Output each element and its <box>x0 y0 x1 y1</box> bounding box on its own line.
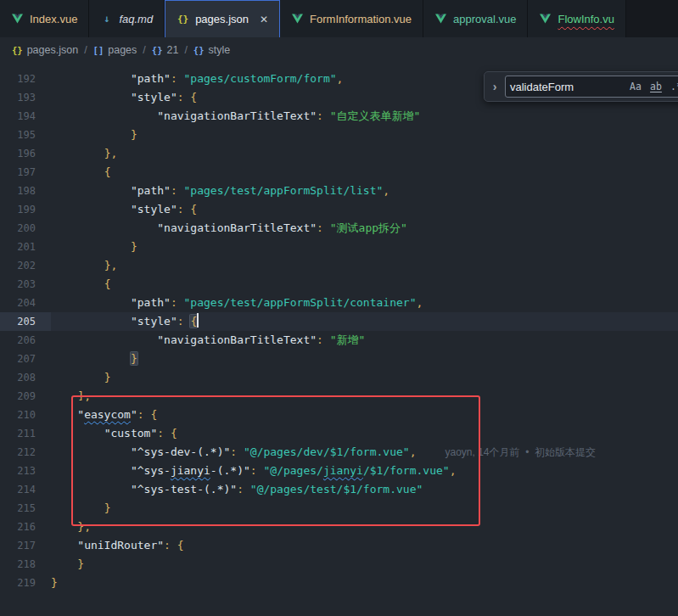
line-text[interactable]: { <box>51 275 110 294</box>
line-number[interactable]: 207 <box>0 350 51 368</box>
line-number[interactable]: 199 <box>0 200 51 219</box>
line-text[interactable]: "path": "pages/test/appFormSplit/list", <box>51 182 389 200</box>
line-text[interactable]: } <box>51 238 137 256</box>
line-text[interactable]: "path": "pages/test/appFormSplit/contain… <box>51 294 423 312</box>
line-text[interactable]: "navigationBarTitleText": "自定义表单新增" <box>51 107 420 126</box>
line-text[interactable]: "navigationBarTitleText": "新增" <box>51 331 365 350</box>
code-line: 210 "easycom": { <box>0 406 678 424</box>
regex-icon[interactable]: .* <box>668 78 678 95</box>
line-text[interactable]: }, <box>51 256 117 275</box>
git-blame: yaoyn, 14个月前 • 初始版本提交 <box>445 446 596 458</box>
line-text[interactable]: "style": { <box>51 200 197 219</box>
code-line: 207 } <box>0 350 678 368</box>
line-number[interactable]: 210 <box>0 406 51 424</box>
line-number[interactable]: 219 <box>0 574 51 592</box>
tab-label: pages.json <box>195 13 249 25</box>
line-text[interactable]: }, <box>51 518 91 536</box>
breadcrumb-item-pages[interactable]: []pages <box>93 44 137 56</box>
tab-flowinfo-vu[interactable]: FlowInfo.vu <box>528 0 625 37</box>
code-line: 212 "^sys-dev-(.*)": "@/pages/dev/$1/for… <box>0 443 678 462</box>
breadcrumb-label: 21 <box>166 44 178 56</box>
code-line: 196 }, <box>0 144 678 163</box>
line-number[interactable]: 215 <box>0 499 51 518</box>
line-number[interactable]: 192 <box>0 70 51 88</box>
line-number[interactable]: 205 <box>0 312 51 331</box>
whole-word-icon[interactable]: ab <box>647 78 664 95</box>
symbol-icon: {} <box>193 45 205 55</box>
line-text[interactable]: "path": "pages/customForm/form", <box>51 70 343 88</box>
code-line: 197 { <box>0 163 678 182</box>
line-number[interactable]: 213 <box>0 462 51 480</box>
breadcrumb-item-21[interactable]: {}21 <box>152 44 179 56</box>
line-text[interactable]: } <box>51 555 84 574</box>
line-number[interactable]: 203 <box>0 275 51 294</box>
match-case-icon[interactable]: Aa <box>627 78 644 95</box>
line-text[interactable]: ], <box>51 387 91 406</box>
line-number[interactable]: 198 <box>0 182 51 200</box>
tab-bar: Index.vue↓faq.md{}pages.json✕FormInforma… <box>0 0 678 37</box>
line-number[interactable]: 197 <box>0 163 51 182</box>
tab-pages-json[interactable]: {}pages.json✕ <box>165 0 280 37</box>
tab-label: FormInformation.vue <box>310 13 412 25</box>
breadcrumb-separator: / <box>143 44 145 56</box>
code-line: 206 "navigationBarTitleText": "新增" <box>0 331 678 350</box>
json-icon: {} <box>177 14 189 25</box>
breadcrumb-item-style[interactable]: {}style <box>193 44 230 56</box>
line-text[interactable]: "^sys-dev-(.*)": "@/pages/dev/$1/form.vu… <box>51 443 596 462</box>
line-text[interactable]: } <box>51 126 137 144</box>
breadcrumb: {}pages.json/[]pages/{}21/{}style <box>0 37 678 63</box>
line-text[interactable]: } <box>51 499 110 518</box>
line-number[interactable]: 195 <box>0 126 51 144</box>
close-icon[interactable]: ✕ <box>260 14 268 25</box>
code-line: 205 "style": { <box>0 312 678 331</box>
symbol-icon: {} <box>152 45 163 55</box>
line-text[interactable]: "navigationBarTitleText": "测试app拆分" <box>51 219 407 238</box>
line-text[interactable]: "style": { <box>51 88 197 107</box>
line-text[interactable]: "custom": { <box>51 424 177 443</box>
line-text[interactable]: "uniIdRouter": { <box>51 536 184 555</box>
code-line: 202 }, <box>0 256 678 275</box>
line-text[interactable]: "easycom": { <box>51 406 157 424</box>
line-number[interactable]: 202 <box>0 256 51 275</box>
line-number[interactable]: 212 <box>0 443 51 462</box>
line-text[interactable]: }, <box>51 144 117 163</box>
find-query[interactable]: validateForm <box>510 81 624 93</box>
tab-forminformation-vue[interactable]: FormInformation.vue <box>280 0 423 37</box>
tab-index-vue[interactable]: Index.vue <box>0 0 89 37</box>
line-number[interactable]: 204 <box>0 294 51 312</box>
chevron-right-icon[interactable]: › <box>490 80 500 93</box>
breadcrumb-label: pages.json <box>27 44 78 56</box>
line-number[interactable]: 206 <box>0 331 51 350</box>
code-line: 214 "^sys-test-(.*)": "@/pages/test/$1/f… <box>0 480 678 499</box>
line-number[interactable]: 214 <box>0 480 51 499</box>
line-text[interactable]: { <box>51 163 110 182</box>
tab-faq-md[interactable]: ↓faq.md <box>89 0 165 37</box>
line-text[interactable]: "style": { <box>51 312 199 331</box>
line-number[interactable]: 218 <box>0 555 51 574</box>
line-text[interactable]: } <box>51 574 58 592</box>
code-line: 211 "custom": { <box>0 424 678 443</box>
line-number[interactable]: 211 <box>0 424 51 443</box>
tab-label: FlowInfo.vu <box>558 13 614 25</box>
breadcrumb-label: style <box>209 44 231 56</box>
line-number[interactable]: 201 <box>0 238 51 256</box>
code-line: 198 "path": "pages/test/appFormSplit/lis… <box>0 182 678 200</box>
line-text[interactable]: } <box>51 350 137 368</box>
line-number[interactable]: 200 <box>0 219 51 238</box>
code-line: 200 "navigationBarTitleText": "测试app拆分" <box>0 219 678 238</box>
tab-approval-vue[interactable]: approval.vue <box>423 0 528 37</box>
breadcrumb-label: pages <box>108 44 137 56</box>
line-number[interactable]: 209 <box>0 387 51 406</box>
line-text[interactable]: "^sys-jianyi-(.*)": "@/pages/jianyi/$1/f… <box>51 462 456 480</box>
find-input[interactable]: validateForm Aa ab .* <box>505 76 678 98</box>
line-number[interactable]: 194 <box>0 107 51 126</box>
line-text[interactable]: } <box>51 368 110 387</box>
line-number[interactable]: 208 <box>0 368 51 387</box>
breadcrumb-item-pages-json[interactable]: {}pages.json <box>12 44 78 56</box>
line-number[interactable]: 216 <box>0 518 51 536</box>
line-number[interactable]: 217 <box>0 536 51 555</box>
tab-label: Index.vue <box>30 13 77 25</box>
line-number[interactable]: 193 <box>0 88 51 107</box>
line-number[interactable]: 196 <box>0 144 51 163</box>
line-text[interactable]: "^sys-test-(.*)": "@/pages/test/$1/form.… <box>51 480 423 499</box>
